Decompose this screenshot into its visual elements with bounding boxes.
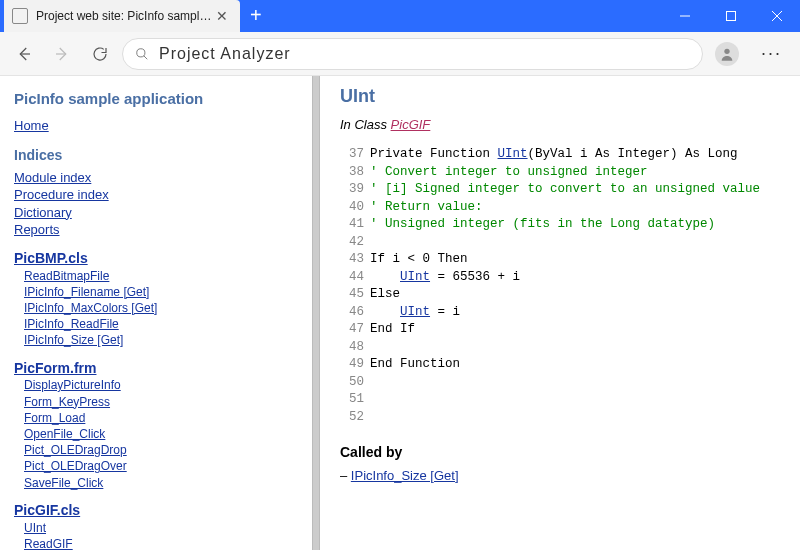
subtitle: In Class PicGIF	[340, 117, 780, 132]
address-bar[interactable]: Project Analyzer	[122, 38, 703, 70]
main-pane: UInt In Class PicGIF 37Private Function …	[320, 76, 800, 550]
file-header-link[interactable]: PicForm.frm	[14, 359, 96, 378]
home-link[interactable]: Home	[14, 117, 296, 135]
refresh-button[interactable]	[84, 38, 116, 70]
svg-point-8	[724, 48, 729, 53]
index-link[interactable]: Module index	[14, 169, 296, 187]
titlebar: Project web site: PicInfo sample a ✕ +	[0, 0, 800, 32]
member-link[interactable]: IPicInfo_ReadFile	[24, 316, 296, 332]
member-link[interactable]: Form_KeyPress	[24, 394, 296, 410]
tab-close-button[interactable]: ✕	[212, 8, 232, 24]
index-link[interactable]: Reports	[14, 221, 296, 239]
page-title: UInt	[340, 86, 780, 107]
close-window-button[interactable]	[754, 0, 800, 32]
sidebar: PicInfo sample application Home Indices …	[0, 76, 310, 550]
toolbar: Project Analyzer ···	[0, 32, 800, 76]
back-button[interactable]	[8, 38, 40, 70]
member-link[interactable]: DisplayPictureInfo	[24, 377, 296, 393]
new-tab-button[interactable]: +	[240, 0, 272, 31]
file-header-link[interactable]: PicGIF.cls	[14, 501, 80, 520]
member-link[interactable]: SaveFile_Click	[24, 475, 296, 491]
member-link[interactable]: Pict_OLEDragDrop	[24, 442, 296, 458]
index-link[interactable]: Procedure index	[14, 186, 296, 204]
content: PicInfo sample application Home Indices …	[0, 76, 800, 550]
calledby-link[interactable]: IPicInfo_Size [Get]	[351, 468, 459, 483]
tab-title: Project web site: PicInfo sample a	[36, 9, 212, 23]
indices-heading: Indices	[14, 147, 296, 163]
sidebar-heading: PicInfo sample application	[14, 90, 296, 107]
pane-divider[interactable]	[310, 76, 320, 550]
index-link[interactable]: Dictionary	[14, 204, 296, 222]
member-link[interactable]: Pict_OLEDragOver	[24, 458, 296, 474]
member-link[interactable]: ReadBitmapFile	[24, 268, 296, 284]
member-link[interactable]: IPicInfo_MaxColors [Get]	[24, 300, 296, 316]
menu-button[interactable]: ···	[751, 43, 792, 64]
member-link[interactable]: UInt	[24, 520, 296, 536]
minimize-button[interactable]	[662, 0, 708, 32]
profile-avatar[interactable]	[715, 42, 739, 66]
svg-rect-1	[727, 12, 736, 21]
code-block: 37Private Function UInt(ByVal i As Integ…	[340, 146, 780, 426]
browser-tab[interactable]: Project web site: PicInfo sample a ✕	[4, 0, 240, 32]
svg-line-7	[144, 55, 148, 59]
svg-point-6	[137, 48, 145, 56]
member-link[interactable]: OpenFile_Click	[24, 426, 296, 442]
calledby-item: – IPicInfo_Size [Get]	[340, 468, 780, 483]
page-icon	[12, 8, 28, 24]
search-icon	[135, 47, 149, 61]
member-link[interactable]: ReadGIF	[24, 536, 296, 550]
address-text: Project Analyzer	[159, 45, 291, 63]
calledby-heading: Called by	[340, 444, 780, 460]
forward-button[interactable]	[46, 38, 78, 70]
maximize-button[interactable]	[708, 0, 754, 32]
class-link[interactable]: PicGIF	[391, 117, 431, 132]
member-link[interactable]: IPicInfo_Filename [Get]	[24, 284, 296, 300]
member-link[interactable]: Form_Load	[24, 410, 296, 426]
member-link[interactable]: IPicInfo_Size [Get]	[24, 332, 296, 348]
file-header-link[interactable]: PicBMP.cls	[14, 249, 88, 268]
